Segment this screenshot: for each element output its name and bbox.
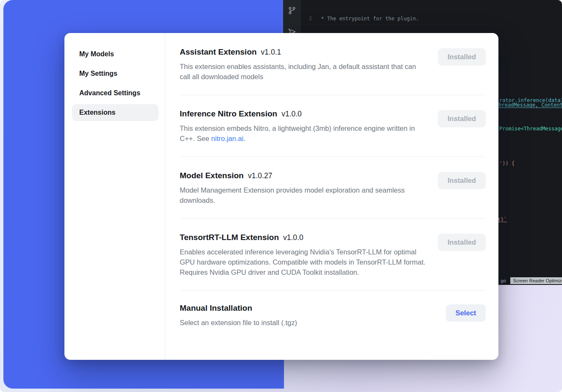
sidebar-item-advanced-settings[interactable]: Advanced Settings [72, 85, 159, 102]
extension-title: Inference Nitro Extension [180, 109, 277, 119]
screenshot-canvas: 2 * The entrypoint for the plugin. 3 */ … [0, 0, 562, 392]
manual-installation-row: Manual Installation Select an extension … [180, 291, 486, 328]
extensions-list: Assistant Extension v1.0.1 This extensio… [165, 33, 498, 360]
extension-header: Inference Nitro Extension v1.0.0 [180, 109, 428, 119]
extension-title: Model Extension [180, 171, 244, 180]
extension-version: v1.0.27 [248, 171, 272, 180]
extension-title: TensortRT-LLM Extension [180, 233, 279, 242]
manual-installation-description: Select an extension file to install (.tg… [180, 317, 297, 328]
installed-button[interactable]: Installed [438, 110, 486, 127]
extension-version: v1.0.1 [261, 48, 281, 57]
extension-header: Manual Installation [180, 304, 297, 313]
extension-info: Manual Installation Select an extension … [180, 304, 297, 328]
extension-header: TensortRT-LLM Extension v1.0.0 [180, 233, 428, 242]
sidebar-item-my-settings[interactable]: My Settings [72, 65, 159, 82]
settings-sidebar: My Models My Settings Advanced Settings … [64, 33, 165, 360]
nitro-jan-ai-link[interactable]: nitro.jan.ai [211, 135, 243, 142]
installed-button[interactable]: Installed [438, 234, 486, 251]
code-fragment: ')) { [499, 160, 515, 166]
sidebar-item-extensions[interactable]: Extensions [72, 104, 159, 121]
code-fragment: rator.inference(data)); [499, 97, 562, 103]
screen-reader-chip[interactable]: Screen Reader Optimize [510, 277, 562, 284]
status-text: go [501, 278, 506, 283]
extension-description: Enables accelerated inference leveraging… [180, 247, 428, 277]
extension-version: v1.0.0 [281, 110, 302, 119]
extension-info: Inference Nitro Extension v1.0.0 This ex… [180, 109, 428, 144]
extension-version: v1.0.0 [283, 233, 303, 242]
extension-row-tensorrt-llm: TensortRT-LLM Extension v1.0.0 Enables a… [180, 219, 486, 291]
description-text: . [243, 135, 245, 142]
extension-header: Model Extension v1.0.27 [180, 171, 428, 180]
extension-info: Model Extension v1.0.27 Model Management… [180, 171, 428, 205]
settings-modal: My Models My Settings Advanced Settings … [64, 33, 498, 360]
extension-row-assistant: Assistant Extension v1.0.1 This extensio… [180, 33, 486, 95]
code-text: * The entrypoint for the plugin. [318, 15, 419, 22]
extension-info: Assistant Extension v1.0.1 This extensio… [180, 47, 428, 82]
installed-button[interactable]: Installed [438, 172, 486, 189]
installed-button[interactable]: Installed [438, 48, 486, 66]
extension-row-model: Model Extension v1.0.27 Model Management… [180, 157, 486, 219]
line-number: 2 [301, 15, 312, 22]
select-file-button[interactable]: Select [446, 304, 486, 322]
extension-title: Assistant Extension [180, 47, 257, 57]
extension-description: This extension embeds Nitro, a lightweig… [180, 123, 428, 144]
git-branch-icon[interactable] [287, 6, 297, 15]
extension-info: TensortRT-LLM Extension v1.0.0 Enables a… [180, 233, 428, 277]
extension-header: Assistant Extension v1.0.1 [180, 47, 428, 57]
sidebar-item-my-models[interactable]: My Models [72, 46, 159, 63]
manual-installation-title: Manual Installation [180, 304, 252, 313]
code-fragment: t}` [498, 217, 507, 223]
extension-description: This extension enables assistants, inclu… [180, 61, 428, 82]
code-fragment: Promise<ThreadMessage> [499, 126, 562, 132]
extension-description: Model Management Extension provides mode… [180, 185, 428, 205]
code-line: 2 * The entrypoint for the plugin. [301, 15, 562, 22]
extension-row-inference-nitro: Inference Nitro Extension v1.0.0 This ex… [180, 95, 486, 157]
